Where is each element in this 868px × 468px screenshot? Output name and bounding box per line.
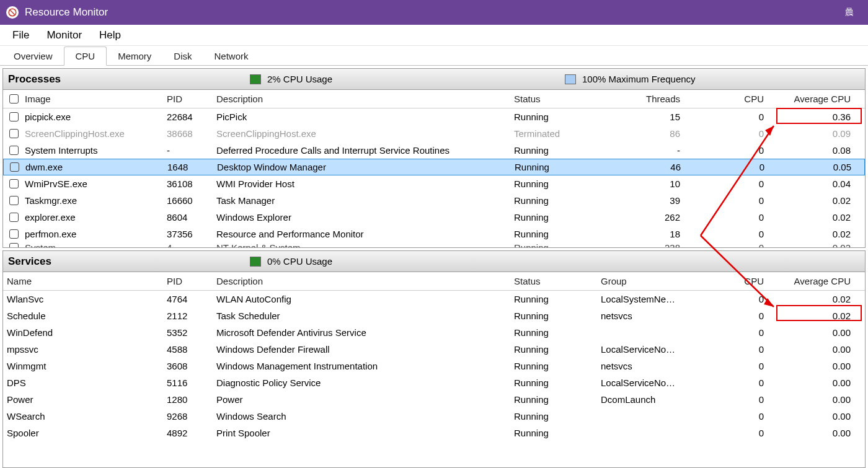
- tab-memory[interactable]: Memory: [107, 47, 162, 65]
- table-row[interactable]: dwm.exe1648Desktop Window ManagerRunning…: [3, 159, 865, 175]
- cell-description: Desktop Window Manager: [213, 162, 511, 172]
- col-pid[interactable]: PID: [163, 276, 213, 286]
- cell-description: Windows Search: [213, 411, 510, 422]
- tab-disk[interactable]: Disk: [162, 47, 203, 65]
- cell-image: System Interrupts: [25, 145, 98, 156]
- row-checkbox[interactable]: [10, 162, 19, 172]
- cell-threads: -: [597, 145, 684, 156]
- row-checkbox[interactable]: [9, 146, 19, 155]
- processes-title: Processes: [8, 73, 250, 86]
- col-cpu[interactable]: CPU: [706, 276, 768, 286]
- col-group[interactable]: Group: [597, 276, 706, 286]
- cell-image: ScreenClippingHost.exe: [25, 128, 125, 139]
- cell-status: Running: [510, 145, 597, 156]
- table-row[interactable]: System4NT Kernel & SystemRunning23800.02: [3, 242, 865, 247]
- row-checkbox[interactable]: [9, 243, 19, 247]
- cell-cpu: 0: [684, 128, 768, 139]
- table-row[interactable]: WmiPrvSE.exe36108WMI Provider HostRunnin…: [3, 175, 865, 192]
- cell-average-cpu: 0.02: [768, 229, 854, 239]
- select-all-checkbox[interactable]: [9, 94, 19, 104]
- cell-group: DcomLaunch: [597, 394, 706, 405]
- col-description[interactable]: Description: [213, 276, 510, 286]
- svg-line-1: [11, 11, 15, 15]
- col-status[interactable]: Status: [510, 94, 597, 104]
- table-row[interactable]: WSearch9268Windows SearchRunning00.00: [3, 408, 865, 425]
- cell-status: Running: [510, 195, 597, 206]
- table-row[interactable]: WlanSvc4764WLAN AutoConfigRunningLocalSy…: [3, 291, 865, 307]
- table-row[interactable]: System Interrupts-Deferred Procedure Cal…: [3, 142, 865, 159]
- minimize-button[interactable]: 曟: [837, 7, 862, 18]
- cell-description: Windows Management Instrumentation: [213, 361, 510, 371]
- cell-status: Running: [510, 428, 597, 438]
- table-row[interactable]: explorer.exe8604Windows ExplorerRunning2…: [3, 209, 865, 226]
- cell-average-cpu: 0.02: [768, 242, 854, 247]
- cell-average-cpu: 0.02: [768, 294, 854, 304]
- row-checkbox[interactable]: [9, 129, 19, 138]
- table-row[interactable]: WinDefend5352Microsoft Defender Antiviru…: [3, 324, 865, 341]
- cell-cpu: 0: [684, 212, 768, 223]
- table-row[interactable]: Winmgmt3608Windows Management Instrument…: [3, 358, 865, 374]
- cell-status: Running: [510, 294, 597, 304]
- cell-status: Running: [510, 344, 597, 355]
- cell-name: Schedule: [3, 311, 163, 321]
- row-checkbox[interactable]: [9, 229, 19, 239]
- cell-average-cpu: 0.00: [768, 394, 854, 405]
- cell-pid: 4764: [163, 294, 213, 304]
- app-icon: [6, 6, 19, 19]
- table-row[interactable]: ScreenClippingHost.exe38668ScreenClippin…: [3, 125, 865, 142]
- col-cpu[interactable]: CPU: [684, 94, 768, 104]
- col-status[interactable]: Status: [510, 276, 597, 286]
- cell-status: Running: [510, 411, 597, 422]
- col-description[interactable]: Description: [213, 94, 510, 104]
- menu-help[interactable]: Help: [91, 27, 130, 44]
- cell-name: Winmgmt: [3, 361, 163, 371]
- table-row[interactable]: picpick.exe22684PicPickRunning1500.36: [3, 108, 865, 125]
- cell-average-cpu: 0.36: [768, 112, 854, 122]
- table-row[interactable]: Schedule2112Task SchedulerRunningnetsvcs…: [3, 307, 865, 324]
- cell-status: Running: [510, 327, 597, 338]
- cell-average-cpu: 0.04: [768, 179, 854, 189]
- table-row[interactable]: Spooler4892Print SpoolerRunning00.00: [3, 425, 865, 441]
- cell-average-cpu: 0.05: [768, 162, 855, 172]
- row-checkbox[interactable]: [9, 112, 19, 121]
- row-checkbox[interactable]: [9, 213, 19, 222]
- table-row[interactable]: mpssvc4588Windows Defender FirewallRunni…: [3, 341, 865, 358]
- cell-name: Spooler: [3, 428, 163, 438]
- table-row[interactable]: Taskmgr.exe16660Task ManagerRunning3900.…: [3, 192, 865, 209]
- cell-image: Taskmgr.exe: [25, 195, 77, 206]
- table-row[interactable]: perfmon.exe37356Resource and Performance…: [3, 226, 865, 242]
- col-image[interactable]: Image: [3, 94, 163, 104]
- processes-header[interactable]: Processes 2% CPU Usage 100% Maximum Freq…: [3, 69, 865, 90]
- cell-pid: 4588: [163, 344, 213, 355]
- cell-cpu: 0: [684, 179, 768, 189]
- processes-section: Processes 2% CPU Usage 100% Maximum Freq…: [2, 68, 866, 248]
- cell-pid: 36108: [163, 179, 213, 189]
- services-header[interactable]: Services 0% CPU Usage: [3, 251, 865, 272]
- cell-average-cpu: 0.02: [768, 311, 854, 321]
- cell-pid: 4: [163, 242, 213, 247]
- cell-image: WmiPrvSE.exe: [25, 179, 87, 189]
- cell-group: LocalServiceNo…: [597, 344, 706, 355]
- row-checkbox[interactable]: [9, 179, 19, 188]
- tab-overview[interactable]: Overview: [2, 47, 64, 65]
- cell-cpu: 0: [706, 311, 768, 321]
- col-name[interactable]: Name: [3, 276, 163, 286]
- tab-network[interactable]: Network: [203, 47, 260, 65]
- table-row[interactable]: DPS5116Diagnostic Policy ServiceRunningL…: [3, 374, 865, 391]
- col-average-cpu[interactable]: Average CPU: [768, 276, 854, 286]
- cell-cpu: 0: [706, 344, 768, 355]
- cell-status: Running: [510, 377, 597, 388]
- cell-cpu: 0: [706, 327, 768, 338]
- cell-cpu: 0: [684, 229, 768, 239]
- cell-average-cpu: 0.00: [768, 411, 854, 422]
- col-average-cpu[interactable]: Average CPU: [768, 94, 854, 104]
- menu-monitor[interactable]: Monitor: [38, 27, 91, 44]
- col-threads[interactable]: Threads: [597, 94, 684, 104]
- tab-cpu[interactable]: CPU: [64, 46, 107, 66]
- cell-status: Running: [510, 229, 597, 239]
- cell-pid: 1648: [164, 162, 213, 172]
- table-row[interactable]: Power1280PowerRunningDcomLaunch00.00: [3, 391, 865, 408]
- col-pid[interactable]: PID: [163, 94, 213, 104]
- row-checkbox[interactable]: [9, 196, 19, 205]
- menu-file[interactable]: File: [4, 27, 38, 44]
